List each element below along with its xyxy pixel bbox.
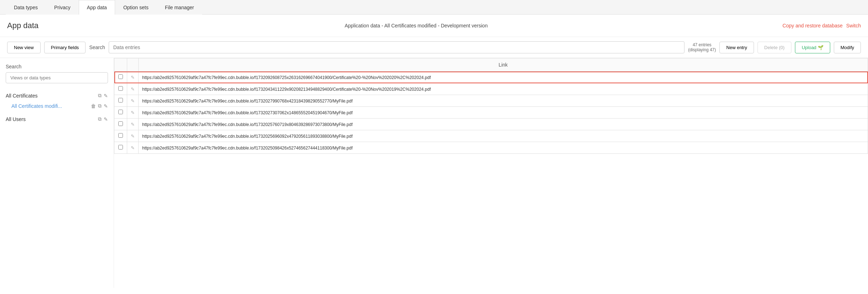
header-actions: Copy and restore database Switch [782,23,861,28]
row-edit-icon[interactable]: ✎ [131,75,135,80]
table-row: ✎https://ab2ed9257610629af9c7a47fc7fe99e… [114,72,868,83]
row-edit-cell: ✎ [127,107,139,119]
row-edit-icon[interactable]: ✎ [131,133,135,139]
edit-icon[interactable]: ✎ [104,93,108,99]
trash-icon[interactable]: 🗑 [91,103,96,109]
sidebar-section: All Certificates⧉✎All Certificates modif… [6,90,108,111]
row-checkbox-cell [114,119,127,130]
row-checkbox[interactable] [118,86,123,91]
switch-link[interactable]: Switch [846,23,861,28]
row-link[interactable]: https://ab2ed9257610629af9c7a47fc7fe99ec… [142,146,353,151]
row-link-cell: https://ab2ed9257610629af9c7a47fc7fe99ec… [139,95,868,107]
table-body: ✎https://ab2ed9257610629af9c7a47fc7fe99e… [114,72,868,154]
row-edit-icon[interactable]: ✎ [131,110,135,115]
row-checkbox[interactable] [118,121,123,126]
row-edit-icon[interactable]: ✎ [131,98,135,104]
row-link[interactable]: https://ab2ed9257610629af9c7a47fc7fe99ec… [142,87,431,92]
table-row: ✎https://ab2ed9257610629af9c7a47fc7fe99e… [114,130,868,142]
row-edit-icon[interactable]: ✎ [131,145,135,151]
sidebar-search-input[interactable] [6,72,108,83]
sidebar-item-actions: ⧉✎ [98,93,108,99]
col-header-check [114,58,127,72]
data-entries-search-input[interactable] [109,41,685,53]
tabs-bar: Data typesPrivacyApp dataOption setsFile… [0,0,868,15]
row-edit-cell: ✎ [127,83,139,95]
tab-data-types[interactable]: Data types [6,0,46,15]
table-row: ✎https://ab2ed9257610629af9c7a47fc7fe99e… [114,83,868,95]
tab-file-manager[interactable]: File manager [157,0,202,15]
toolbar-row: New view Primary fields Search 47 entrie… [0,37,868,58]
row-link-cell: https://ab2ed9257610629af9c7a47fc7fe99ec… [139,72,868,83]
sidebar-subitem: All Certificates modifi...🗑⧉✎ [6,101,108,111]
sidebar-item-actions: ⧉✎ [98,116,108,122]
sidebar-item-label[interactable]: All Certificates [6,93,37,99]
data-table-area: Link ✎https://ab2ed9257610629af9c7a47fc7… [114,58,868,288]
copy-icon[interactable]: ⧉ [98,93,102,99]
row-checkbox[interactable] [118,133,123,138]
row-edit-cell: ✎ [127,72,139,83]
row-link[interactable]: https://ab2ed9257610629af9c7a47fc7fe99ec… [142,134,353,139]
tab-privacy[interactable]: Privacy [46,0,79,15]
sidebar-subitem-actions: 🗑⧉✎ [91,103,108,109]
sidebar: Search All Certificates⧉✎All Certificate… [0,58,114,288]
table-row: ✎https://ab2ed9257610629af9c7a47fc7fe99e… [114,119,868,130]
tab-option-sets[interactable]: Option sets [115,0,157,15]
row-checkbox[interactable] [118,98,123,103]
col-header-edit [127,58,139,72]
row-link-cell: https://ab2ed9257610629af9c7a47fc7fe99ec… [139,119,868,130]
row-checkbox[interactable] [118,145,123,149]
row-checkbox-cell [114,95,127,107]
sidebar-search-label: Search [6,64,108,69]
copy-icon[interactable]: ⧉ [98,103,102,109]
row-link-cell: https://ab2ed9257610629af9c7a47fc7fe99ec… [139,130,868,142]
row-edit-icon[interactable]: ✎ [131,86,135,92]
row-link[interactable]: https://ab2ed9257610629af9c7a47fc7fe99ec… [142,110,353,115]
table-row: ✎https://ab2ed9257610629af9c7a47fc7fe99e… [114,95,868,107]
new-view-button[interactable]: New view [7,42,41,53]
row-link-cell: https://ab2ed9257610629af9c7a47fc7fe99ec… [139,107,868,119]
row-checkbox[interactable] [118,110,123,114]
copy-icon[interactable]: ⧉ [98,116,102,122]
sidebar-section: All Users⧉✎ [6,114,108,124]
row-edit-icon[interactable]: ✎ [131,122,135,127]
row-edit-cell: ✎ [127,95,139,107]
table-row: ✎https://ab2ed9257610629af9c7a47fc7fe99e… [114,142,868,154]
row-link[interactable]: https://ab2ed9257610629af9c7a47fc7fe99ec… [142,99,353,104]
entries-info: 47 entries (displaying 47) [688,42,716,52]
row-checkbox-cell [114,72,127,83]
primary-fields-button[interactable]: Primary fields [44,42,86,53]
main-content: Search All Certificates⧉✎All Certificate… [0,58,868,288]
row-link-cell: https://ab2ed9257610629af9c7a47fc7fe99ec… [139,83,868,95]
sidebar-sections: All Certificates⧉✎All Certificates modif… [6,90,108,124]
upload-button[interactable]: Upload 🌱 [795,42,830,53]
new-entry-button[interactable]: New entry [719,42,754,53]
row-edit-cell: ✎ [127,142,139,154]
sidebar-item-label[interactable]: All Users [6,116,26,122]
sidebar-item: All Users⧉✎ [6,114,108,124]
delete-button[interactable]: Delete (0) [758,42,791,53]
table-row: ✎https://ab2ed9257610629af9c7a47fc7fe99e… [114,107,868,119]
header-subtitle: Application data - All Certificates modi… [56,23,777,28]
tab-app-data[interactable]: App data [79,0,115,15]
row-edit-cell: ✎ [127,130,139,142]
search-label: Search [89,44,105,50]
row-checkbox[interactable] [118,74,123,79]
sidebar-subitem-label[interactable]: All Certificates modifi... [11,103,62,109]
page-title: App data [7,21,50,30]
row-link[interactable]: https://ab2ed9257610629af9c7a47fc7fe99ec… [142,122,353,127]
row-link-cell: https://ab2ed9257610629af9c7a47fc7fe99ec… [139,142,868,154]
row-checkbox-cell [114,83,127,95]
col-header-link: Link [139,58,868,72]
sidebar-item: All Certificates⧉✎ [6,90,108,101]
edit-icon[interactable]: ✎ [104,116,108,122]
row-checkbox-cell [114,107,127,119]
modify-button[interactable]: Modify [834,42,861,53]
row-edit-cell: ✎ [127,119,139,130]
row-checkbox-cell [114,142,127,154]
row-link[interactable]: https://ab2ed9257610629af9c7a47fc7fe99ec… [142,75,431,80]
data-table: Link ✎https://ab2ed9257610629af9c7a47fc7… [114,58,868,154]
header-row: App data Application data - All Certific… [0,15,868,37]
copy-restore-link[interactable]: Copy and restore database [782,23,843,28]
row-checkbox-cell [114,130,127,142]
edit-icon[interactable]: ✎ [104,103,108,109]
